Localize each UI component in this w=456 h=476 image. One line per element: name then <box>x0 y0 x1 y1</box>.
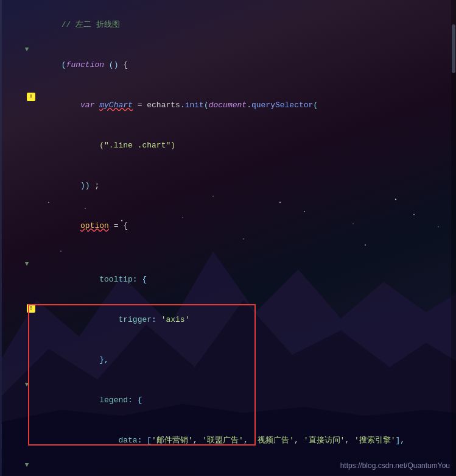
scrollbar[interactable] <box>451 0 456 476</box>
warning-icon-2: ! <box>27 304 35 313</box>
line-arrow-12 <box>22 421 32 421</box>
line-arrow-8: ▼ <box>22 260 32 268</box>
line-num-7 <box>2 246 22 247</box>
line-content-10: }, <box>32 340 454 380</box>
line-content-9: trigger: 'axis' <box>32 300 454 340</box>
line-num-3 <box>2 85 22 86</box>
code-line-6: option = { <box>0 206 456 246</box>
line-num-13 <box>2 461 22 461</box>
line-num-5 <box>2 166 22 166</box>
line-content-12: data: ['邮件营销', '联盟广告', '视频广告', '直接访问', '… <box>32 421 454 461</box>
line-content-5: )) ; <box>32 166 454 206</box>
line-arrow-1 <box>22 5 32 5</box>
line-content-6: option = { <box>32 206 454 246</box>
warning-icon-1: ! <box>27 93 35 101</box>
code-editor: // 左二 折线图 ▼ (function () { var myChart =… <box>0 0 456 476</box>
code-line-3: var myChart = echarts.init(document.quer… <box>0 85 456 126</box>
code-line-2: ▼ (function () { <box>0 45 456 85</box>
code-line-7 <box>0 246 456 260</box>
line-arrow-7 <box>22 246 32 247</box>
line-content-4: (".line .chart") <box>32 126 454 166</box>
line-num-1 <box>2 5 22 5</box>
code-line-4: (".line .chart") <box>0 126 456 166</box>
code-line-9: trigger: 'axis' <box>0 300 456 340</box>
line-arrow-5 <box>22 166 32 166</box>
left-accent-bar <box>0 0 2 476</box>
line-arrow-11: ▼ <box>22 380 32 388</box>
line-arrow-4 <box>22 126 32 126</box>
watermark: https://blog.csdn.net/QuantumYou <box>340 461 450 470</box>
code-line-12: data: ['邮件营销', '联盟广告', '视频广告', '直接访问', '… <box>0 421 456 461</box>
scrollbar-thumb[interactable] <box>452 24 455 73</box>
line-num-8 <box>2 260 22 260</box>
line-num-6 <box>2 206 22 207</box>
code-line-11: ▼ legend: { <box>0 380 456 421</box>
line-content-11: legend: { <box>32 380 454 421</box>
line-content-1: // 左二 折线图 <box>32 5 454 45</box>
line-content-2: (function () { <box>32 45 454 85</box>
line-content-8: tooltip: { <box>32 260 454 300</box>
line-num-9 <box>2 300 22 300</box>
line-num-10 <box>2 340 22 341</box>
line-arrow-9 <box>22 300 32 300</box>
line-num-12 <box>2 421 22 421</box>
line-num-2 <box>2 45 22 46</box>
line-num-11 <box>2 380 22 381</box>
line-arrow-3 <box>22 85 32 86</box>
line-arrow-2: ▼ <box>22 45 32 53</box>
code-line-8: ▼ tooltip: { <box>0 260 456 300</box>
code-line-1: // 左二 折线图 <box>0 5 456 45</box>
line-arrow-10 <box>22 340 32 341</box>
line-num-4 <box>2 126 22 126</box>
line-content-3: var myChart = echarts.init(document.quer… <box>32 85 454 126</box>
line-arrow-6 <box>22 206 32 207</box>
code-line-5: )) ; <box>0 166 456 206</box>
line-arrow-13: ▼ <box>22 461 32 469</box>
comment-text: // 左二 折线图 <box>61 20 120 29</box>
code-line-10: }, <box>0 340 456 380</box>
